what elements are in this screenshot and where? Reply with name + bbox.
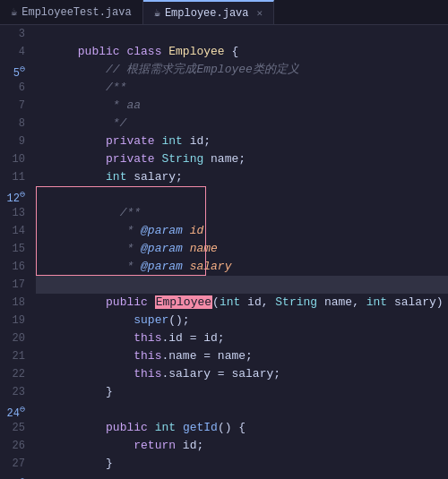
line-num-28: 28⊖	[0, 473, 25, 479]
line-num-11: 11	[0, 168, 25, 186]
line-num-4: 4	[0, 43, 25, 61]
line-num-25: 25	[0, 419, 25, 437]
code-line-11	[36, 168, 448, 186]
line-num-14: 14	[0, 222, 25, 240]
code-line-24: public int getId() {	[36, 401, 448, 419]
code-line-16: */	[36, 258, 448, 276]
line-numbers: 3 4 5⊖ 6 7 8 9 10 11 12⊖ 13 14 15 16 17 …	[0, 25, 32, 479]
code-line-22: }	[36, 365, 448, 383]
tab-label-active: Employee.java	[165, 7, 249, 20]
code-line-21: this.salary = salary;	[36, 347, 448, 365]
line-num-9: 9	[0, 133, 25, 150]
line-num-8: 8	[0, 115, 25, 133]
tab-employee-test[interactable]: ☕ EmployeeTest.java	[0, 0, 143, 24]
code-line-28: public void setId(int id) {	[36, 473, 448, 479]
editor: 3 4 5⊖ 6 7 8 9 10 11 12⊖ 13 14 15 16 17 …	[0, 25, 448, 479]
code-line-10: int salary;	[36, 150, 448, 168]
line-num-12: 12⊖	[0, 186, 25, 204]
code-area[interactable]: public class Employee { // 根据需求完成Employe…	[32, 25, 448, 479]
code-line-13: * @param id	[36, 204, 448, 222]
line-num-17: 17	[0, 276, 25, 294]
code-line-25: return id;	[36, 419, 448, 437]
code-line-6: * aa	[36, 79, 448, 97]
line-num-15: 15	[0, 240, 25, 258]
code-line-19: this.id = id;	[36, 312, 448, 329]
code-line-15: * @param salary	[36, 240, 448, 258]
line-num-23: 23	[0, 383, 25, 401]
javadoc-block: /** * @param id * @param name * @param s…	[36, 186, 448, 276]
line-num-21: 21	[0, 347, 25, 365]
line-num-7: 7	[0, 97, 25, 115]
line-num-10: 10	[0, 150, 25, 168]
code-line-5: /**	[36, 61, 448, 79]
line-num-22: 22	[0, 365, 25, 383]
line-num-6: 6	[0, 79, 25, 97]
code-line-8: private int id;	[36, 115, 448, 133]
line-num-19: 19	[0, 312, 25, 329]
line-num-16: 16	[0, 258, 25, 276]
tab-bar: ☕ EmployeeTest.java ☕ Employee.java ✕	[0, 0, 448, 25]
code-line-20: this.name = name;	[36, 329, 448, 347]
code-line-17: public Employee(int id, String name, int…	[36, 276, 448, 294]
code-line-23	[36, 383, 448, 401]
code-line-4: // 根据需求完成Employee类的定义	[36, 43, 448, 61]
tab-icon-java: ☕	[11, 5, 17, 19]
line-num-20: 20	[0, 329, 25, 347]
code-line-9: private String name;	[36, 133, 448, 150]
line-num-18: 18	[0, 294, 25, 312]
code-line-14: * @param name	[36, 222, 448, 240]
tab-label: EmployeeTest.java	[22, 6, 131, 19]
code-line-18: super();	[36, 294, 448, 312]
line-num-24: 24⊖	[0, 401, 25, 419]
line-num-13: 13	[0, 204, 25, 222]
tab-employee[interactable]: ☕ Employee.java ✕	[143, 0, 274, 24]
code-line-7: */	[36, 97, 448, 115]
line-num-5: 5⊖	[0, 61, 25, 79]
tab-close-icon[interactable]: ✕	[257, 7, 263, 19]
code-line-12: /**	[36, 186, 448, 204]
line-num-3: 3	[0, 25, 25, 43]
line-num-26: 26	[0, 437, 25, 455]
line-num-27: 27	[0, 455, 25, 473]
tab-icon-java-active: ☕	[154, 6, 160, 20]
code-line-26: }	[36, 437, 448, 455]
code-line-3: public class Employee {	[36, 25, 448, 43]
code-line-27	[36, 455, 448, 473]
